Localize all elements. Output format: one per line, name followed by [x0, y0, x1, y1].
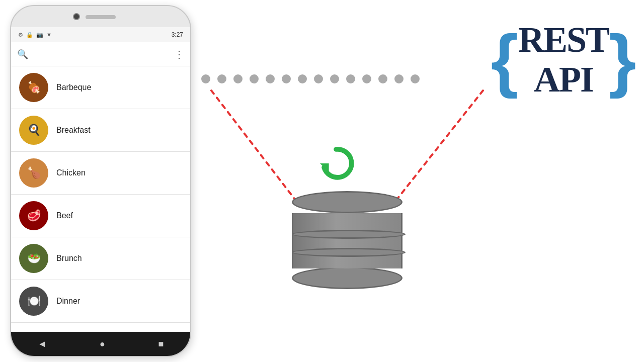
search-icon[interactable]: 🔍: [17, 49, 28, 60]
svg-line-0: [211, 90, 294, 199]
food-list: 🍖 Barbeque 🍳 Breakfast 🍗 Chicken 🥩 Beef …: [11, 66, 190, 332]
food-name-chicken: Chicken: [56, 168, 86, 177]
food-avatar-brunch: 🥗: [19, 244, 48, 273]
nav-bar: ◄ ● ■: [11, 332, 190, 356]
list-item[interactable]: 🥩 Beef: [11, 195, 190, 237]
phone-camera: [73, 13, 80, 20]
status-icons-left: ⚙ 🔒 📷 ▼: [18, 32, 52, 38]
food-name-barbeque: Barbeque: [56, 83, 91, 92]
food-name-beef: Beef: [56, 211, 73, 220]
svg-line-1: [397, 90, 483, 199]
recent-button[interactable]: ■: [158, 339, 164, 349]
app-toolbar: 🔍 ⋮: [11, 42, 190, 66]
list-item[interactable]: 🍽️ Dinner: [11, 280, 190, 323]
connection-dot: [201, 74, 210, 83]
connection-dot: [282, 74, 291, 83]
phone-speaker: [86, 15, 116, 19]
list-item[interactable]: 🍗 Chicken: [11, 152, 190, 195]
connection-dot: [362, 74, 371, 83]
status-bar: ⚙ 🔒 📷 ▼ 3:27: [11, 27, 190, 42]
food-avatar-breakfast: 🍳: [19, 116, 48, 145]
db-top: [292, 191, 403, 213]
connection-dot: [411, 74, 420, 83]
rest-api-text: RESTAPI: [518, 20, 609, 100]
list-item[interactable]: 🍖 Barbeque: [11, 66, 190, 109]
phone-mockup: ⚙ 🔒 📷 ▼ 3:27 🔍 ⋮ 🍖 Barbeque 🍳 Breakfast: [10, 5, 191, 357]
brace-right-icon: }: [609, 25, 636, 95]
food-name-breakfast: Breakfast: [56, 126, 91, 135]
db-bottom: [292, 267, 403, 289]
connection-dot: [298, 74, 307, 83]
food-avatar-dinner: 🍽️: [19, 287, 48, 316]
food-name-brunch: Brunch: [56, 254, 82, 263]
db-mid-ellipse-1: [292, 230, 406, 239]
connection-dot: [266, 74, 275, 83]
database-diagram: [292, 191, 403, 289]
more-options-icon[interactable]: ⋮: [174, 48, 184, 60]
food-avatar-beef: 🥩: [19, 201, 48, 230]
list-item[interactable]: 🥗 Brunch: [11, 237, 190, 280]
db-mid-ellipse-2: [292, 248, 406, 257]
brace-left-icon: {: [491, 25, 518, 95]
rest-api-label: { RESTAPI }: [488, 20, 639, 100]
connection-dot: [394, 74, 404, 83]
home-button[interactable]: ●: [100, 339, 105, 349]
db-body: [292, 213, 403, 268]
connection-dot: [378, 74, 387, 83]
food-name-dinner: Dinner: [56, 297, 80, 306]
connection-dot: [330, 74, 339, 83]
connection-dot: [250, 74, 259, 83]
connection-dot: [314, 74, 323, 83]
refresh-icon: [316, 143, 356, 184]
food-avatar-barbeque: 🍖: [19, 73, 48, 102]
diagram-area: { RESTAPI }: [186, 0, 644, 362]
list-item[interactable]: 🍳 Breakfast: [11, 109, 190, 152]
connection-dot: [233, 74, 243, 83]
connection-dots: [201, 74, 420, 83]
back-button[interactable]: ◄: [38, 339, 47, 349]
food-avatar-chicken: 🍗: [19, 158, 48, 188]
connection-dot: [217, 74, 226, 83]
status-time: 3:27: [172, 31, 183, 38]
connection-dot: [346, 74, 355, 83]
